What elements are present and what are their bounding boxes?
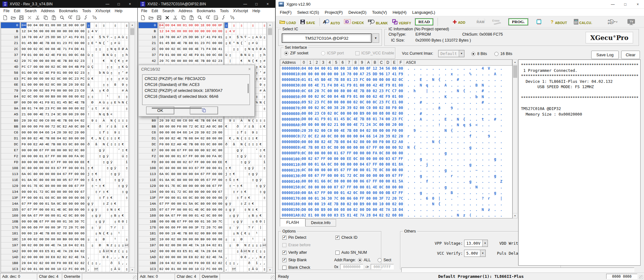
ascii-char-cell[interactable] bbox=[240, 165, 244, 171]
ascii-char-cell[interactable]: E bbox=[91, 40, 94, 46]
ascii-char-cell[interactable] bbox=[113, 112, 117, 118]
ascii-char-cell[interactable] bbox=[102, 171, 106, 177]
ascii-char-cell[interactable]: ▯ bbox=[251, 242, 255, 248]
hex-byte-cell[interactable]: 05 bbox=[200, 177, 206, 183]
hex-byte-cell[interactable]: 4E bbox=[74, 254, 80, 260]
ascii-char-cell[interactable]: € bbox=[228, 136, 232, 142]
ascii-char-cell[interactable]: ‚ bbox=[110, 254, 113, 260]
hex-byte-cell[interactable]: 02 bbox=[301, 212, 307, 218]
hex-byte-cell[interactable]: 03 bbox=[50, 165, 56, 171]
hex-byte-cell[interactable]: 06 bbox=[346, 196, 353, 201]
hex-byte-cell[interactable]: 00 bbox=[33, 242, 39, 248]
hex-byte-cell[interactable]: 42 bbox=[44, 52, 50, 58]
ascii-char-cell[interactable]: ▯ bbox=[117, 142, 121, 148]
ascii-char-cell[interactable] bbox=[102, 242, 106, 248]
hex-byte-cell[interactable]: A0 bbox=[68, 124, 74, 130]
hex-byte-cell[interactable]: 00 bbox=[359, 66, 365, 71]
ascii-char-cell[interactable]: ▯ bbox=[113, 34, 117, 40]
hex-byte-cell[interactable]: 00 bbox=[50, 260, 56, 266]
hex-byte-cell[interactable]: 38 bbox=[333, 105, 339, 111]
ascii-char-cell[interactable] bbox=[125, 213, 129, 219]
hex-byte-cell[interactable]: 23 bbox=[378, 88, 385, 94]
hex-byte-cell[interactable]: 67 bbox=[365, 162, 372, 168]
ascii-char-cell[interactable]: z bbox=[247, 242, 251, 248]
hex-byte-cell[interactable]: 0C bbox=[194, 124, 200, 130]
hex-byte-cell[interactable]: 00 bbox=[188, 148, 194, 153]
hex-byte-cell[interactable]: 00 bbox=[38, 28, 44, 34]
hex-byte-cell[interactable]: 00 bbox=[217, 171, 223, 177]
ascii-char-cell[interactable] bbox=[255, 22, 259, 28]
hex-byte-cell[interactable]: 0A bbox=[307, 190, 314, 196]
ascii-char-cell[interactable]: ù bbox=[125, 64, 129, 70]
hex-byte-cell[interactable]: 00 bbox=[217, 225, 223, 231]
ascii-char-cell[interactable]: ÿ bbox=[225, 195, 228, 201]
hex-byte-cell[interactable]: 00 bbox=[398, 100, 404, 105]
hex-byte-cell[interactable]: 05 bbox=[80, 266, 86, 272]
ascii-char-cell[interactable]: è bbox=[106, 254, 110, 260]
hex-byte-cell[interactable]: 00 bbox=[38, 171, 44, 177]
hex-byte-cell[interactable]: 17 bbox=[385, 71, 391, 77]
hex-byte-cell[interactable]: 00 bbox=[301, 71, 307, 77]
ascii-char-cell[interactable]: { bbox=[240, 231, 244, 237]
hex-byte-cell[interactable]: 10 bbox=[194, 266, 200, 272]
hex-byte-cell[interactable]: 00 bbox=[301, 173, 307, 179]
hex-byte-cell[interactable]: E5 bbox=[44, 248, 50, 254]
hex-byte-cell[interactable]: 00 bbox=[38, 159, 44, 165]
hex-byte-cell[interactable]: DD bbox=[372, 71, 379, 77]
ascii-char-cell[interactable]: À bbox=[263, 88, 266, 94]
ascii-char-cell[interactable]: ÿ bbox=[94, 207, 98, 213]
ascii-char-cell[interactable]: h bbox=[263, 52, 266, 58]
ascii-char-cell[interactable]: ▯ bbox=[110, 171, 113, 177]
hex-byte-cell[interactable]: 82 bbox=[62, 254, 68, 260]
hex-byte-cell[interactable]: 0C bbox=[320, 105, 327, 111]
hex-byte-cell[interactable]: 00 bbox=[391, 150, 398, 156]
ascii-char-cell[interactable] bbox=[259, 136, 263, 142]
hex-byte-cell[interactable]: 02 bbox=[50, 64, 56, 70]
hex-byte-cell[interactable]: 01 bbox=[176, 195, 182, 201]
hex-byte-cell[interactable]: FA bbox=[372, 150, 379, 156]
hex-byte-cell[interactable]: E2 bbox=[33, 142, 39, 148]
hex-byte-cell[interactable]: 7B bbox=[359, 117, 365, 122]
hex-byte-cell[interactable]: 01 bbox=[80, 165, 86, 171]
hex-byte-cell[interactable]: FF bbox=[200, 165, 206, 171]
ascii-char-cell[interactable] bbox=[110, 82, 113, 88]
ascii-char-cell[interactable] bbox=[121, 195, 125, 201]
ascii-char-cell[interactable]:  bbox=[125, 242, 129, 248]
hex-byte-cell[interactable]: 21 bbox=[21, 112, 27, 118]
ascii-char-cell[interactable]: | bbox=[125, 219, 129, 225]
ascii-char-cell[interactable] bbox=[121, 136, 125, 142]
hex-byte-cell[interactable]: 00 bbox=[171, 195, 176, 201]
hex-byte-cell[interactable]: 00 bbox=[50, 237, 56, 242]
ascii-char-cell[interactable]: ▯ bbox=[125, 248, 129, 254]
ascii-char-cell[interactable] bbox=[121, 28, 125, 34]
hex-byte-cell[interactable]: 00 bbox=[56, 82, 62, 88]
hex-byte-cell[interactable]: 00 bbox=[194, 153, 200, 159]
ascii-char-cell[interactable]: t bbox=[94, 106, 98, 112]
context-help-icon[interactable]: ? bbox=[92, 15, 97, 21]
menu-item-tools-v-[interactable]: Tools(V) bbox=[369, 10, 390, 15]
hex-byte-cell[interactable]: 00 bbox=[56, 94, 62, 100]
hex-byte-cell[interactable]: 00 bbox=[217, 177, 223, 183]
hex-byte-cell[interactable]: FF bbox=[346, 184, 353, 190]
ascii-char-cell[interactable]: € bbox=[106, 189, 110, 195]
hex-byte-cell[interactable]: 00 bbox=[200, 148, 206, 153]
ascii-char-cell[interactable]: ▯ bbox=[87, 94, 91, 100]
tv-icon[interactable]: TV bbox=[627, 18, 635, 25]
hex-byte-cell[interactable]: 00 bbox=[188, 58, 194, 64]
ascii-char-cell[interactable]: ü bbox=[87, 64, 91, 70]
ascii-char-cell[interactable]: ° bbox=[94, 40, 98, 46]
hex-byte-cell[interactable]: B9 bbox=[200, 237, 206, 242]
ascii-char-cell[interactable]: ▯ bbox=[110, 213, 113, 219]
ascii-char-cell[interactable]: ▯ bbox=[98, 248, 102, 254]
hex-byte-cell[interactable]: 67 bbox=[391, 156, 398, 162]
hex-byte-cell[interactable]: 00 bbox=[333, 71, 339, 77]
hex-byte-cell[interactable]: 00 bbox=[301, 201, 307, 207]
hex-byte-cell[interactable]: 80 bbox=[333, 162, 339, 168]
hex-byte-cell[interactable]: 00 bbox=[333, 128, 339, 133]
hex-byte-cell[interactable]: 4E bbox=[56, 58, 62, 64]
ascii-char-cell[interactable] bbox=[113, 231, 117, 237]
ascii-char-cell[interactable]: h bbox=[125, 52, 129, 58]
hex-byte-cell[interactable]: 00 bbox=[327, 184, 333, 190]
hex-byte-cell[interactable]: 7B bbox=[44, 136, 50, 142]
ascii-char-cell[interactable]: ° bbox=[232, 40, 236, 46]
